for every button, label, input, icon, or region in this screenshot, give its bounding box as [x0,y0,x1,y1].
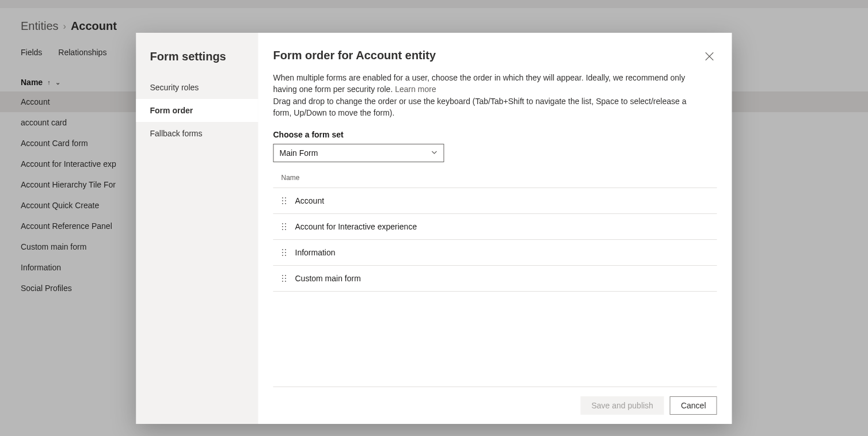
svg-point-25 [285,281,286,282]
chevron-down-icon [431,148,438,158]
svg-point-16 [282,252,283,253]
dialog-sidebar: Form settings Security rolesForm orderFa… [136,33,258,424]
form-order-grid: Name AccountAccount for Interactive expe… [258,162,732,387]
form-order-row[interactable]: Account [273,188,717,214]
formset-select[interactable]: Main Form [273,144,444,162]
svg-point-20 [282,275,283,276]
form-order-row[interactable]: Custom main form [273,266,717,292]
svg-point-2 [282,197,283,198]
svg-point-24 [282,281,283,282]
svg-point-11 [285,226,286,227]
svg-point-12 [282,229,283,230]
svg-point-18 [282,255,283,256]
drag-handle-icon[interactable] [281,248,287,257]
svg-point-21 [285,275,286,276]
dialog-main: Form order for Account entity When multi… [258,33,732,424]
svg-point-17 [285,252,286,253]
drag-handle-icon[interactable] [281,197,287,205]
form-order-row[interactable]: Information [273,240,717,266]
formset-label: Choose a form set [273,130,717,139]
svg-point-5 [285,200,286,201]
sidebar-item-fallback-forms[interactable]: Fallback forms [136,122,258,145]
dialog-description: When multiple forms are enabled for a us… [258,64,707,118]
svg-point-7 [285,203,286,204]
svg-point-19 [285,255,286,256]
svg-point-8 [282,223,283,224]
svg-point-3 [285,197,286,198]
sidebar-items: Security rolesForm orderFallback forms [136,76,258,145]
learn-more-link[interactable]: Learn more [395,85,436,94]
svg-point-9 [285,223,286,224]
svg-point-22 [282,278,283,279]
dialog-title: Form order for Account entity [273,49,436,62]
sidebar-item-security-roles[interactable]: Security roles [136,76,258,99]
row-label: Account for Interactive experience [295,222,417,231]
drag-handle-icon[interactable] [281,274,287,282]
form-settings-dialog: Form settings Security rolesForm orderFa… [136,33,732,424]
svg-point-14 [282,249,283,250]
desc-text-2: Drag and drop to change the order or use… [273,97,687,117]
grid-column-name: Name [273,168,717,188]
sidebar-item-form-order[interactable]: Form order [136,99,258,122]
svg-point-23 [285,278,286,279]
sidebar-title: Form settings [136,33,258,76]
desc-text-1: When multiple forms are enabled for a us… [273,73,686,94]
svg-point-4 [282,200,283,201]
svg-point-15 [285,249,286,250]
row-label: Information [295,248,336,257]
drag-handle-icon[interactable] [281,223,287,231]
row-label: Account [295,196,325,205]
form-order-row[interactable]: Account for Interactive experience [273,214,717,240]
dialog-footer: Save and publish Cancel [273,387,717,424]
close-icon [705,51,715,62]
svg-point-13 [285,229,286,230]
select-value: Main Form [280,148,318,158]
svg-point-6 [282,203,283,204]
row-label: Custom main form [295,274,361,283]
save-and-publish-button[interactable]: Save and publish [580,396,664,415]
cancel-button[interactable]: Cancel [670,396,717,415]
svg-point-10 [282,226,283,227]
close-button[interactable] [702,49,717,64]
